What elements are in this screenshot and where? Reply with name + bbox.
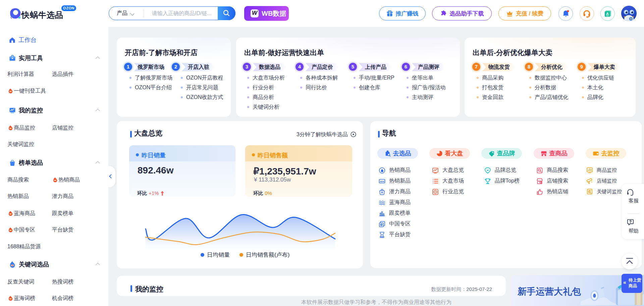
svg-text:HOT: HOT	[9, 91, 12, 92]
svg-text:HOT: HOT	[9, 128, 12, 129]
svg-text:HOT: HOT	[9, 213, 12, 215]
svg-text:A: A	[606, 12, 608, 16]
svg-text:HOT: HOT	[54, 180, 56, 181]
svg-text:HOT: HOT	[9, 230, 12, 231]
svg-text:NEW: NEW	[380, 180, 384, 182]
svg-text:HOT: HOT	[11, 265, 14, 266]
svg-text:HOT: HOT	[9, 298, 12, 300]
